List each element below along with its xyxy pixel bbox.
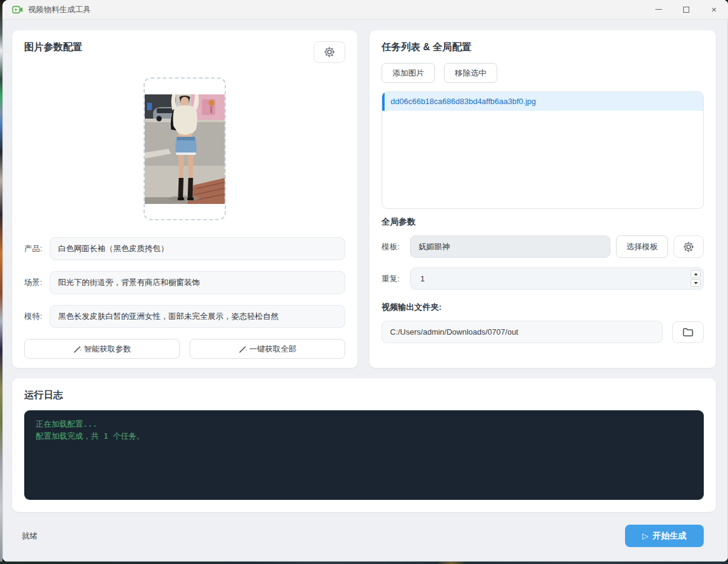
log-title: 运行日志 [24,389,704,402]
template-row: 模板: 选择模板 [382,235,704,258]
app-video-camera-icon [12,5,23,14]
task-global-panel: 任务列表 & 全局配置 添加图片 移除选中 dd06c66b18ca686d83… [369,30,716,368]
output-folder-row [382,321,704,343]
maximize-button[interactable] [672,0,700,19]
task-global-title: 任务列表 & 全局配置 [382,41,704,54]
gear-icon [683,241,694,252]
browse-folder-button[interactable] [672,321,704,343]
output-path-input[interactable] [382,321,663,343]
main-content: 图片参数配置 [2,19,728,547]
repeat-increment-button[interactable] [690,270,701,278]
product-label: 产品: [24,243,50,254]
play-icon: ▷ [643,531,649,540]
model-field-row: 模特: [24,305,345,328]
minimize-icon [655,9,662,10]
task-list[interactable]: dd06c66b18ca686d83bd4affb6aa3bf0.jpg [382,91,704,209]
magic-wand-icon [239,345,247,353]
start-generate-button[interactable]: ▷ 开始生成 [625,525,704,547]
close-button[interactable]: × [700,0,728,19]
maximize-icon [683,7,689,13]
choose-template-button[interactable]: 选择模板 [616,235,668,258]
window-title: 视频物料生成工具 [28,4,91,15]
start-generate-label: 开始生成 [653,531,687,542]
template-value-field[interactable] [410,235,611,258]
template-label: 模板: [382,241,405,252]
background-taskbar-sliver [0,562,728,564]
log-line: 正在加载配置... [36,418,692,430]
scene-label: 场景: [24,277,50,288]
smart-get-params-button[interactable]: 智能获取参数 [24,339,180,359]
repeat-input[interactable] [410,267,704,290]
log-panel: 运行日志 正在加载配置... 配置加载完成，共 1 个任务。 [12,378,716,512]
status-text: 就绪 [22,531,38,542]
get-all-button[interactable]: 一键获取全部 [190,339,345,359]
log-line: 配置加载完成，共 1 个任务。 [36,430,692,442]
task-filename: dd06c66b18ca686d83bd4affb6aa3bf0.jpg [391,97,536,106]
model-label: 模特: [24,311,50,322]
gear-icon [324,47,335,57]
product-input[interactable] [50,237,345,260]
add-image-button[interactable]: 添加图片 [382,63,435,83]
minimize-button[interactable] [644,0,672,19]
scene-input[interactable] [50,271,345,294]
model-input[interactable] [50,305,345,328]
template-settings-button[interactable] [673,235,704,258]
repeat-label: 重复: [382,274,405,284]
image-drop-zone[interactable] [144,77,226,220]
magic-wand-icon [73,345,82,353]
window-controls: × [644,0,728,19]
image-params-panel: 图片参数配置 [12,30,357,368]
get-all-label: 一键获取全部 [250,344,297,355]
preview-photo [145,94,225,204]
app-window: 视频物料生成工具 × 图片参数配置 [2,0,728,562]
folder-icon [683,327,693,337]
repeat-row: 重复: [382,267,704,290]
output-folder-label: 视频输出文件夹: [382,302,704,313]
image-params-settings-button[interactable] [314,41,345,63]
image-params-title: 图片参数配置 [24,41,82,54]
log-console[interactable]: 正在加载配置... 配置加载完成，共 1 个任务。 [24,410,704,500]
repeat-decrement-button[interactable] [690,279,701,287]
global-params-title: 全局参数 [382,217,704,228]
scene-field-row: 场景: [24,271,345,294]
smart-get-params-label: 智能获取参数 [84,344,131,355]
remove-selected-button[interactable]: 移除选中 [444,63,497,83]
title-bar: 视频物料生成工具 × [2,0,728,19]
task-list-item-selected[interactable]: dd06c66b18ca686d83bd4affb6aa3bf0.jpg [382,92,703,111]
arrow-up-icon [694,273,698,275]
product-field-row: 产品: [24,237,345,260]
close-icon: × [712,5,717,14]
arrow-down-icon [694,282,698,284]
status-bar: 就绪 ▷ 开始生成 [12,512,716,547]
repeat-spinbox [410,267,704,290]
